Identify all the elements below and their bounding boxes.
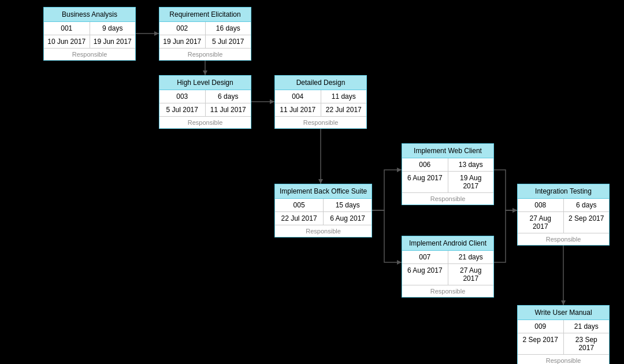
svg-marker-0	[154, 31, 159, 36]
card-duration-integration-testing: 6 days	[564, 199, 610, 211]
card-number-implement-web-client: 006	[402, 158, 448, 171]
card-end-implement-back-office: 6 Aug 2017	[324, 212, 372, 225]
card-title-write-user-manual: Write User Manual	[518, 306, 609, 320]
card-responsible-requirement-elicitation: Responsible	[159, 49, 251, 60]
card-responsible-implement-back-office: Responsible	[275, 225, 372, 237]
card-write-user-manual: Write User Manual 009 21 days 2 Sep 2017…	[517, 305, 610, 364]
svg-marker-5	[397, 260, 402, 265]
svg-marker-1	[203, 70, 207, 75]
card-title-detailed-design: Detailed Design	[275, 76, 366, 90]
card-number-integration-testing: 008	[518, 199, 564, 211]
svg-marker-7	[512, 208, 517, 213]
card-start-detailed-design: 11 Jul 2017	[275, 103, 321, 116]
card-end-integration-testing: 2 Sep 2017	[564, 212, 610, 233]
card-duration-implement-web-client: 13 days	[448, 158, 494, 171]
card-responsible-detailed-design: Responsible	[275, 117, 366, 128]
card-end-business-analysis: 19 Jun 2017	[90, 35, 136, 48]
svg-marker-3	[318, 179, 323, 184]
card-end-detailed-design: 22 Jul 2017	[321, 103, 367, 116]
card-implement-android-client: Implement Android Client 007 21 days 6 A…	[402, 236, 494, 298]
card-end-write-user-manual: 23 Sep 2017	[564, 333, 610, 354]
card-start-high-level-design: 5 Jul 2017	[159, 103, 206, 116]
card-duration-high-level-design: 6 days	[206, 90, 251, 103]
card-duration-implement-android-client: 21 days	[448, 251, 494, 263]
svg-marker-6	[512, 208, 517, 213]
card-responsible-implement-android-client: Responsible	[402, 285, 493, 297]
card-responsible-integration-testing: Responsible	[518, 233, 609, 245]
card-end-requirement-elicitation: 5 Jul 2017	[206, 35, 251, 48]
card-start-integration-testing: 27 Aug 2017	[518, 212, 564, 233]
card-number-implement-android-client: 007	[402, 251, 448, 263]
card-title-implement-web-client: Implement Web Client	[402, 144, 493, 158]
card-responsible-high-level-design: Responsible	[159, 117, 251, 128]
card-duration-write-user-manual: 21 days	[564, 320, 610, 333]
card-responsible-write-user-manual: Responsible	[518, 355, 609, 364]
card-start-requirement-elicitation: 19 Jun 2017	[159, 35, 206, 48]
card-number-high-level-design: 003	[159, 90, 206, 103]
card-title-high-level-design: High Level Design	[159, 76, 251, 90]
card-number-implement-back-office: 005	[275, 199, 324, 211]
card-integration-testing: Integration Testing 008 6 days 27 Aug 20…	[517, 184, 610, 246]
card-start-implement-web-client: 6 Aug 2017	[402, 172, 448, 192]
card-duration-implement-back-office: 15 days	[324, 199, 372, 211]
card-end-high-level-design: 11 Jul 2017	[206, 103, 251, 116]
card-end-implement-web-client: 19 Aug 2017	[448, 172, 494, 192]
card-title-implement-back-office: Implement Back Office Suite	[275, 184, 372, 199]
card-requirement-elicitation: Requirement Elicitation 002 16 days 19 J…	[159, 7, 251, 61]
card-responsible-implement-web-client: Responsible	[402, 193, 493, 205]
card-title-implement-android-client: Implement Android Client	[402, 236, 493, 251]
card-start-write-user-manual: 2 Sep 2017	[518, 333, 564, 354]
card-number-business-analysis: 001	[44, 22, 90, 35]
card-responsible-business-analysis: Responsible	[44, 49, 135, 60]
card-start-implement-android-client: 6 Aug 2017	[402, 264, 448, 285]
card-title-business-analysis: Business Analysis	[44, 8, 135, 22]
connector-implement-android-client-integration-testing	[494, 210, 517, 262]
card-duration-requirement-elicitation: 16 days	[206, 22, 251, 35]
card-end-implement-android-client: 27 Aug 2017	[448, 264, 494, 285]
card-duration-detailed-design: 11 days	[321, 90, 367, 103]
card-start-implement-back-office: 22 Jul 2017	[275, 212, 324, 225]
card-title-requirement-elicitation: Requirement Elicitation	[159, 8, 251, 22]
card-number-write-user-manual: 009	[518, 320, 564, 333]
card-high-level-design: High Level Design 003 6 days 5 Jul 2017 …	[159, 75, 251, 129]
card-duration-business-analysis: 9 days	[90, 22, 136, 35]
card-detailed-design: Detailed Design 004 11 days 11 Jul 2017 …	[274, 75, 367, 129]
card-title-integration-testing: Integration Testing	[518, 184, 609, 199]
svg-marker-8	[561, 300, 566, 305]
card-start-business-analysis: 10 Jun 2017	[44, 35, 90, 48]
connector-implement-web-client-integration-testing	[494, 170, 517, 210]
svg-marker-2	[270, 99, 274, 104]
card-number-requirement-elicitation: 002	[159, 22, 206, 35]
card-implement-back-office: Implement Back Office Suite 005 15 days …	[274, 184, 372, 237]
card-number-detailed-design: 004	[275, 90, 321, 103]
card-business-analysis: Business Analysis 001 9 days 10 Jun 2017…	[43, 7, 136, 61]
svg-marker-4	[397, 168, 402, 172]
card-implement-web-client: Implement Web Client 006 13 days 6 Aug 2…	[402, 143, 494, 205]
